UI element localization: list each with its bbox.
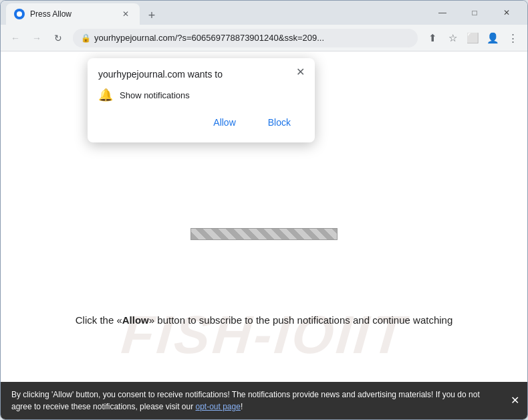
tab-title: Press Allow [30, 9, 114, 19]
popup-header: yourhypejournal.com wants to [98, 69, 304, 80]
active-tab[interactable]: Press Allow ✕ [6, 3, 140, 25]
tab-area: Press Allow ✕ + [6, 1, 427, 25]
banner-text-pre: By clicking 'Allow' button, you consent … [11, 390, 480, 411]
bell-icon: 🔔 [98, 88, 113, 102]
main-text-post: » button to subscribe to the push notifi… [149, 314, 452, 326]
title-bar: Press Allow ✕ + — □ ✕ [1, 1, 527, 25]
share-button[interactable]: ⬆ [423, 29, 442, 47]
address-bar: ← → ↻ 🔒 yourhypejournal.com/?s=606569778… [1, 25, 527, 51]
profile-button[interactable]: 👤 [483, 29, 502, 47]
banner-text-post: ! [241, 402, 243, 411]
progress-bar [190, 228, 338, 240]
tab-favicon-icon [14, 9, 25, 19]
block-button[interactable]: Block [255, 113, 304, 132]
maximize-button[interactable]: □ [459, 1, 490, 25]
banner-close-button[interactable]: ✕ [511, 393, 519, 409]
window-controls: — □ ✕ [427, 1, 522, 25]
minimize-button[interactable]: — [427, 1, 458, 25]
popup-close-button[interactable]: ✕ [293, 65, 307, 78]
main-instruction-text: Click the «Allow» button to subscribe to… [1, 314, 527, 326]
allow-button[interactable]: Allow [200, 113, 249, 132]
forward-button[interactable]: → [27, 29, 46, 47]
opt-out-link[interactable]: opt-out page [195, 402, 240, 411]
page-content: ✕ yourhypejournal.com wants to 🔔 Show no… [1, 51, 527, 419]
permission-text: Show notifications [120, 90, 190, 100]
popup-permission: 🔔 Show notifications [98, 88, 304, 102]
main-text-bold: Allow [122, 314, 149, 326]
bookmark-button[interactable]: ☆ [443, 29, 462, 47]
close-button[interactable]: ✕ [491, 1, 522, 25]
toolbar-actions: ⬆ ☆ ⬜ 👤 ⋮ [423, 29, 522, 47]
progress-bar-container [190, 228, 338, 240]
bottom-consent-banner: By clicking 'Allow' button, you consent … [1, 382, 527, 419]
url-bar[interactable]: 🔒 yourhypejournal.com/?s=606569778873901… [73, 29, 418, 47]
tab-close-button[interactable]: ✕ [120, 8, 132, 20]
popup-buttons: Allow Block [98, 113, 304, 132]
browser-window: Press Allow ✕ + — □ ✕ ← → ↻ 🔒 yourhypejo… [0, 0, 528, 420]
side-panel-button[interactable]: ⬜ [463, 29, 482, 47]
menu-button[interactable]: ⋮ [503, 29, 522, 47]
back-button[interactable]: ← [6, 29, 25, 47]
main-text-pre: Click the « [76, 314, 122, 326]
watermark-text-area: FISH-IOIIT [1, 304, 527, 366]
watermark-label: FISH-IOIIT [119, 304, 410, 366]
reload-button[interactable]: ↻ [49, 29, 68, 47]
new-tab-button[interactable]: + [142, 6, 161, 25]
notification-popup: ✕ yourhypejournal.com wants to 🔔 Show no… [88, 58, 315, 142]
url-text: yourhypejournal.com/?s=60656977887390124… [94, 33, 410, 43]
lock-icon: 🔒 [81, 33, 90, 43]
